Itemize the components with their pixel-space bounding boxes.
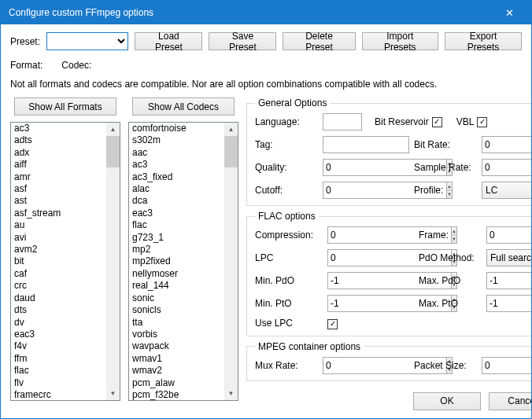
list-item[interactable]: amr (14, 171, 106, 183)
min-pto-spin[interactable]: ▲▼ (327, 295, 412, 312)
frame-label: Frame: (419, 230, 482, 241)
formats-listbox[interactable]: ac3adtsadxaiffamrasfastasf_streamauaviav… (10, 122, 120, 401)
compression-spin[interactable]: ▲▼ (327, 226, 412, 244)
list-item[interactable]: aiff (14, 159, 106, 171)
list-item[interactable]: avi (14, 232, 106, 244)
list-item[interactable]: pcm_alaw (132, 377, 224, 389)
list-item[interactable]: ast (14, 195, 106, 207)
scroll-up-icon[interactable]: ▲ (106, 123, 120, 136)
max-pto-spin[interactable]: ▲▼ (486, 295, 532, 312)
list-item[interactable]: dv (14, 317, 106, 329)
list-item[interactable]: daud (14, 292, 106, 304)
preset-select[interactable] (46, 32, 128, 50)
scrollbar[interactable]: ▲ ▼ (106, 123, 120, 400)
list-item[interactable]: sonic (132, 292, 224, 304)
list-item[interactable]: ac3_fixed (132, 171, 224, 183)
list-item[interactable]: ffm (14, 353, 106, 365)
list-item[interactable]: wmav2 (132, 365, 224, 377)
load-preset-button[interactable]: Load Preset (135, 32, 202, 50)
export-presets-button[interactable]: Export Presets (445, 32, 522, 50)
list-item[interactable]: f4v (14, 340, 106, 352)
bitreservoir-checkbox[interactable]: ✓ (432, 117, 442, 127)
list-item[interactable]: mp2fixed (132, 255, 224, 267)
list-item[interactable]: caf (14, 268, 106, 280)
list-item[interactable]: wavpack (132, 340, 224, 352)
list-item[interactable]: wmav1 (132, 353, 224, 365)
list-item[interactable]: pcm_f32be (132, 389, 224, 401)
list-item[interactable]: ac3 (14, 123, 106, 134)
cancel-button[interactable]: Cancel (489, 392, 532, 410)
general-options-group: General Options Language: Bit Reservoir … (246, 97, 532, 206)
compression-label: Compression: (255, 230, 323, 241)
scrollbar[interactable]: ▲ ▼ (224, 123, 238, 400)
list-item[interactable]: tta (132, 317, 224, 329)
list-item[interactable]: real_144 (132, 280, 224, 292)
cutoff-spin[interactable]: ▲▼ (323, 182, 408, 199)
mpeg-legend: MPEG container options (255, 341, 364, 352)
close-icon[interactable]: ✕ (493, 1, 525, 24)
bitrate-spin[interactable]: ▲▼ (482, 136, 532, 153)
list-item[interactable]: ac3 (132, 159, 224, 171)
profile-select[interactable]: LC (482, 182, 532, 199)
list-item[interactable]: dts (14, 304, 106, 316)
mux-rate-spin[interactable]: ▲▼ (323, 357, 408, 374)
scroll-down-icon[interactable]: ▼ (224, 387, 238, 400)
frame-spin[interactable]: ▲▼ (486, 226, 532, 244)
preset-label: Preset: (10, 36, 40, 47)
list-item[interactable]: g723_1 (132, 232, 224, 244)
list-item[interactable]: adts (14, 134, 106, 146)
list-item[interactable]: s302m (132, 134, 224, 146)
list-item[interactable]: flv (14, 377, 106, 389)
scroll-down-icon[interactable]: ▼ (106, 387, 120, 400)
show-all-codecs-button[interactable]: Show All Codecs (132, 97, 235, 116)
max-pdo-spin[interactable]: ▲▼ (486, 272, 532, 289)
scroll-thumb[interactable] (224, 136, 238, 167)
list-item[interactable]: sonicls (132, 304, 224, 316)
window-title: Configure custom FFmpeg options (9, 7, 493, 18)
quality-spin[interactable]: ▲▼ (323, 159, 408, 176)
list-item[interactable]: crc (14, 280, 106, 292)
tag-input[interactable] (323, 136, 409, 153)
delete-preset-button[interactable]: Delete Preset (283, 32, 355, 50)
min-pdo-spin[interactable]: ▲▼ (327, 272, 412, 289)
vbl-checkbox[interactable]: ✓ (477, 117, 487, 127)
lpc-spin[interactable]: ▲▼ (327, 249, 412, 266)
quality-label: Quality: (255, 162, 318, 173)
import-presets-button[interactable]: Import Presets (362, 32, 438, 50)
list-item[interactable]: bit (14, 255, 106, 267)
language-input[interactable] (323, 113, 362, 130)
ok-button[interactable]: OK (413, 392, 481, 410)
pdo-method-select[interactable]: Full search (486, 249, 532, 266)
list-item[interactable]: mp2 (132, 244, 224, 255)
bitreservoir-label: Bit Reservoir (375, 116, 429, 127)
mux-rate-label: Mux Rate: (255, 360, 318, 371)
list-item[interactable]: avm2 (14, 244, 106, 255)
list-item[interactable]: eac3 (132, 208, 224, 219)
list-item[interactable]: flac (132, 219, 224, 231)
scroll-up-icon[interactable]: ▲ (224, 123, 238, 136)
packet-size-label: Packet Size: (414, 360, 477, 371)
show-all-formats-button[interactable]: Show All Formats (14, 97, 116, 116)
codec-label: Codec: (61, 60, 91, 71)
list-item[interactable]: au (14, 219, 106, 231)
list-item[interactable]: asf_stream (14, 208, 106, 219)
samplerate-spin[interactable]: ▲▼ (482, 159, 532, 176)
list-item[interactable]: asf (14, 183, 106, 195)
scroll-thumb[interactable] (106, 136, 120, 167)
pdo-method-label: PdO Method: (419, 252, 482, 263)
save-preset-button[interactable]: Save Preset (209, 32, 276, 50)
list-item[interactable]: vorbis (132, 329, 224, 340)
list-item[interactable]: alac (132, 183, 224, 195)
use-lpc-checkbox[interactable]: ✓ (327, 319, 338, 329)
list-item[interactable]: aac (132, 147, 224, 159)
list-item[interactable]: nellymoser (132, 268, 224, 280)
list-item[interactable]: framecrc (14, 389, 106, 401)
codecs-listbox[interactable]: comfortnoises302maacac3ac3_fixedalacdcae… (128, 122, 238, 401)
bitrate-label: Bit Rate: (414, 139, 477, 150)
list-item[interactable]: comfortnoise (132, 123, 224, 134)
packet-size-spin[interactable]: ▲▼ (482, 357, 532, 374)
list-item[interactable]: flac (14, 365, 106, 377)
list-item[interactable]: adx (14, 147, 106, 159)
list-item[interactable]: eac3 (14, 329, 106, 340)
list-item[interactable]: dca (132, 195, 224, 207)
